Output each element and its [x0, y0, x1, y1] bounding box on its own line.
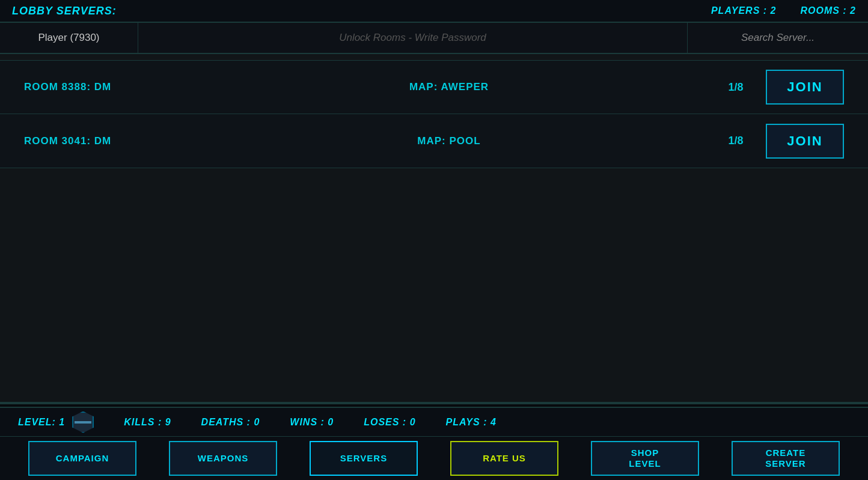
unlock-rooms-field[interactable]: Unlock Rooms - Write Password: [138, 23, 688, 53]
room-1-map: MAP: AWEPER: [192, 81, 706, 93]
room-2-players: 1/8: [706, 135, 766, 147]
room-1-players: 1/8: [706, 81, 766, 94]
room-2-join-button[interactable]: JOIN: [766, 124, 844, 159]
header-stats: PLAYERS : 2 ROOMS : 2: [711, 5, 856, 16]
room-2-map: MAP: POOL: [192, 135, 706, 147]
rooms-count: ROOMS : 2: [800, 5, 856, 16]
weapons-button[interactable]: WEAPONS: [169, 441, 277, 476]
wins-stat: WINS : 0: [290, 417, 334, 428]
servers-button[interactable]: SERVERS: [310, 441, 418, 476]
loses-stat: LOSES : 0: [364, 417, 415, 428]
create-server-button[interactable]: CREATE SERVER: [732, 441, 840, 476]
deaths-stat: DEATHS : 0: [201, 417, 260, 428]
room-1-name: ROOM 8388: DM: [24, 81, 192, 93]
table-row: ROOM 3041: DM MAP: POOL 1/8 JOIN: [0, 114, 868, 168]
stats-bar: LEVEL: 1 KILLS : 9 DEATHS : 0 WINS : 0 L…: [0, 408, 868, 437]
table-row: ROOM 8388: DM MAP: AWEPER 1/8 JOIN: [0, 60, 868, 114]
deaths-label: DEATHS : 0: [201, 417, 260, 428]
separator: [0, 403, 868, 408]
lobby-servers-title: LOBBY SERVERS:: [12, 5, 117, 17]
level-badge-icon: [72, 412, 94, 433]
level-badge-inner: [75, 421, 91, 424]
kills-stat: KILLS : 9: [124, 417, 171, 428]
header-bar: LOBBY SERVERS: PLAYERS : 2 ROOMS : 2: [0, 0, 868, 23]
player-bar: Player (7930) Unlock Rooms - Write Passw…: [0, 23, 868, 54]
kills-label: KILLS : 9: [124, 417, 171, 428]
shop-level-button[interactable]: SHOP LEVEL: [591, 441, 699, 476]
level-label: LEVEL: 1: [18, 417, 65, 428]
room-2-name: ROOM 3041: DM: [24, 135, 192, 147]
rate-us-button[interactable]: RATE US: [450, 441, 558, 476]
campaign-button[interactable]: CAMPAIGN: [28, 441, 136, 476]
rooms-list: ROOM 8388: DM MAP: AWEPER 1/8 JOIN ROOM …: [0, 54, 868, 403]
wins-label: WINS : 0: [290, 417, 334, 428]
players-count: PLAYERS : 2: [711, 5, 777, 16]
plays-label: PLAYS : 4: [446, 417, 497, 428]
room-1-join-button[interactable]: JOIN: [766, 70, 844, 105]
player-name: Player (7930): [0, 23, 138, 53]
loses-label: LOSES : 0: [364, 417, 415, 428]
level-stat: LEVEL: 1: [18, 412, 94, 433]
nav-bar: CAMPAIGN WEAPONS SERVERS RATE US SHOP LE…: [0, 437, 868, 480]
search-server-field[interactable]: Search Server...: [688, 23, 868, 53]
plays-stat: PLAYS : 4: [446, 417, 497, 428]
